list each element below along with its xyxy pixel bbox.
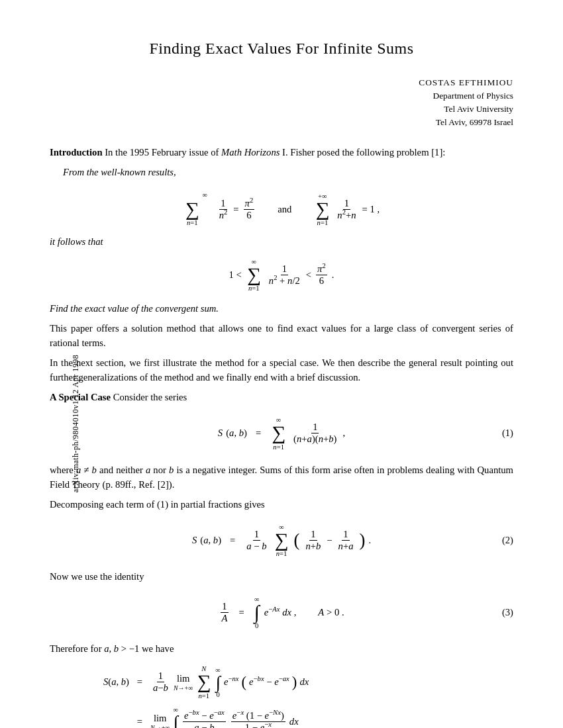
eq-sum2: 1 < ∞ ∑ n=1 1 n2 + n/2 < π2 6 . — [50, 258, 513, 292]
fraction1: 1 n2 — [218, 198, 229, 221]
eq3-content: 1 A = ∞ ∫ 0 e−Ax dx , A > 0 . — [85, 596, 479, 629]
eq2-frac1: 1 a − b — [245, 529, 268, 552]
page: arXiv:math-ph/9804010v1 12 Apr 1998 Find… — [0, 0, 563, 728]
eq2-content: S(a, b) = 1 a − b ∞ ∑ n=1 ( 1 n+b − 1 n+… — [85, 523, 479, 557]
identity-intro: Now we use the identity — [50, 569, 513, 584]
paper-title: Finding Exact Values For Infinite Sums — [50, 40, 513, 58]
eq1-number: (1) — [502, 428, 513, 439]
author-block: COSTAS EFTHIMIOU Department of Physics T… — [50, 76, 513, 129]
body2: In the next section, we first illustrate… — [50, 355, 513, 385]
sum1-symbol: ∞ ∑ n=1 — [185, 193, 199, 226]
italic-intro: From the well-known results, — [63, 165, 513, 179]
author-location: Tel Aviv, 69978 Israel — [50, 116, 513, 129]
sum3-symbol: ∞ ∑ n=1 — [247, 258, 261, 292]
body1: This paper offers a solution method that… — [50, 321, 513, 350]
title-block: Finding Exact Values For Infinite Sums — [50, 40, 513, 58]
author-university: Tel Aviv University — [50, 103, 513, 116]
fraction-pi2-6: π2 6 — [244, 198, 255, 221]
fraction-pi2-6b: π2 6 — [316, 263, 327, 287]
eq2-number: (2) — [502, 535, 513, 546]
eq2: S(a, b) = 1 a − b ∞ ∑ n=1 ( 1 n+b − 1 n+… — [50, 523, 513, 557]
find-text: Find the exact value of the convergent s… — [50, 301, 513, 316]
eq3-frac: 1 A — [220, 601, 229, 624]
sum2-symbol: +∞ ∑ n=1 — [315, 193, 329, 226]
intro-label: Introduction — [50, 147, 103, 158]
author-institution: Department of Physics — [50, 89, 513, 103]
eq1-content: S(a, b) = ∞ ∑ n=1 1 (n+a)(n+b) , — [85, 416, 479, 450]
special-case-text: Consider the series — [113, 392, 187, 402]
intro-text: In the 1995 February issue of Math Horiz… — [105, 147, 445, 158]
eq-sum1: ∞ ∑ n=1 ∞ ∑ n=1 1 n2 = π2 6 and +∞ ∑ — [50, 191, 513, 228]
decompose-text: Decomposing each term of (1) in partial … — [50, 497, 513, 512]
eq3: 1 A = ∞ ∫ 0 e−Ax dx , A > 0 . (3) — [50, 596, 513, 629]
eq-sum1-content: ∞ ∑ n=1 ∞ ∑ n=1 1 n2 = π2 6 and +∞ ∑ — [183, 191, 380, 228]
eq2-sum: ∞ ∑ n=1 — [275, 523, 289, 557]
eq4-row1: S(a, b) = 1 a−b lim N→+∞ N ∑ n=1 ∞ — [70, 665, 513, 699]
eq4-block: S(a, b) = 1 a−b lim N→+∞ N ∑ n=1 ∞ — [70, 665, 513, 728]
eq4-row2: = lim N→+∞ ∞ ∫ 0 e−bx − e−ax a − b e−x (… — [70, 706, 513, 728]
therefore-text: Therefore for a, b > −1 we have — [50, 641, 513, 656]
italic-follows: it follows that — [50, 234, 513, 249]
fraction3: 1 n2 + n/2 — [268, 263, 301, 287]
special-case-para: A Special Case Consider the series — [50, 390, 513, 404]
author-name: COSTAS EFTHIMIOU — [50, 76, 513, 89]
eq3-number: (3) — [502, 607, 513, 618]
eq2-frac2: 1 n+b — [304, 529, 322, 552]
eq1: S(a, b) = ∞ ∑ n=1 1 (n+a)(n+b) , (1) — [50, 416, 513, 450]
intro-paragraph: Introduction In the 1995 February issue … — [50, 145, 513, 159]
where-text: where a ≠ b and neither a nor b is a neg… — [50, 463, 513, 492]
fraction2: 1 n2+n — [336, 198, 357, 221]
eq2-frac3: 1 n+a — [337, 529, 355, 552]
eq-sum2-content: 1 < ∞ ∑ n=1 1 n2 + n/2 < π2 6 . — [229, 258, 334, 292]
eq1-sum: ∞ ∑ n=1 — [272, 416, 285, 450]
eq1-fraction: 1 (n+a)(n+b) — [292, 422, 338, 445]
sum1-limit: ∞ ∑ n=1 — [198, 191, 212, 228]
